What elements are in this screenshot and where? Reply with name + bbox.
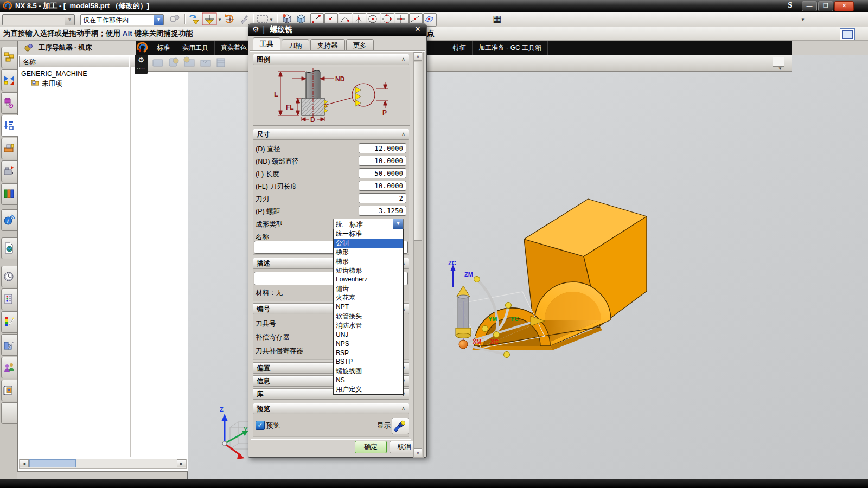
ribbon-tab-gc-toolbox[interactable]: 加工准备 - GC 工具箱 <box>473 41 548 55</box>
tab-more[interactable]: 更多 <box>346 39 374 52</box>
dialog-rail[interactable]: ⚙ ···· <box>135 55 148 74</box>
dropdown-option[interactable]: UNJ <box>334 330 403 339</box>
restore-button[interactable]: ❐ <box>818 1 833 11</box>
dropdown-option[interactable]: 用户定义 <box>334 385 403 394</box>
sidebar-item-process-machine[interactable] <box>1 160 17 182</box>
display-flashlight-button[interactable] <box>392 418 409 434</box>
maximize-view-button[interactable] <box>840 28 855 40</box>
dialog-titlebar[interactable]: ⚙ | 螺纹铣 ✕ <box>248 23 426 36</box>
tree-node-unused-items[interactable]: 未用项 <box>42 79 62 88</box>
field-value-diameter[interactable]: 12.0000 <box>359 143 406 153</box>
tab-shank[interactable]: 刀柄 <box>282 39 309 52</box>
section-preview[interactable]: 预览∧ <box>253 403 409 414</box>
machining-icons-disabled <box>151 55 248 70</box>
combo-arrow-icon[interactable]: ▼ <box>154 15 163 25</box>
collapse-icon[interactable]: ∧ <box>398 403 409 414</box>
toolbar-overflow-arrow[interactable]: ▼ <box>801 17 805 22</box>
navigator-title: 工序导航器 - 机床 <box>39 43 92 53</box>
snap-filter-button-active[interactable]: ▼ <box>202 12 221 25</box>
field-value-length[interactable]: 50.0000 <box>359 168 406 178</box>
sidebar-item-blank[interactable] <box>1 402 17 424</box>
dialog-scroll-thumb[interactable] <box>414 62 422 241</box>
sidebar-item-windows[interactable] <box>1 380 17 401</box>
minimize-button[interactable]: — <box>802 1 817 11</box>
dropdown-option[interactable]: 偏齿 <box>334 284 403 293</box>
dropdown-option[interactable]: 短齿梯形 <box>334 266 403 275</box>
field-label-flute-length: (FL) 刀刃长度 <box>256 182 297 191</box>
sidebar-item-operation-navigator[interactable] <box>1 115 18 137</box>
dropdown-option[interactable]: NPS <box>334 339 403 349</box>
panel-dock-icon[interactable] <box>773 57 784 67</box>
field-value-pitch[interactable]: 3.1250 <box>359 206 406 216</box>
field-label-form-type: 成形类型 <box>256 220 283 229</box>
sidebar-item-templates-library[interactable] <box>1 183 17 205</box>
scroll-up-icon[interactable]: ∧ <box>414 52 422 61</box>
dropdown-option[interactable]: BSP <box>334 349 403 358</box>
link-button-disabled[interactable] <box>168 12 181 25</box>
ribbon-tab-feature[interactable]: 特征 <box>447 41 473 55</box>
ribbon-tab-utilities[interactable]: 实用工具 <box>176 41 215 55</box>
grid-icon-button[interactable]: ▦ <box>493 13 506 26</box>
column-header-name[interactable]: 名称 <box>19 56 129 67</box>
dialog-close-icon[interactable]: ✕ <box>412 24 423 34</box>
field-value-flute-length[interactable]: 10.0000 <box>359 181 406 191</box>
collapse-icon[interactable]: ∧ <box>398 54 409 65</box>
form-type-combo[interactable]: 统一标准 ▼ <box>333 219 404 230</box>
ok-button[interactable]: 确定 <box>355 441 387 453</box>
ribbon-tab-standard[interactable]: 标准 <box>151 41 176 55</box>
dropdown-option-selected[interactable]: 公制 <box>334 239 403 248</box>
dropdown-option[interactable]: NPT <box>334 303 403 312</box>
rotate-point-button[interactable] <box>224 12 237 25</box>
section-dimensions[interactable]: 尺寸∧ <box>253 129 409 140</box>
dropdown-option[interactable]: Lowenherz <box>334 275 403 284</box>
tab-holder[interactable]: 夹持器 <box>310 39 345 52</box>
scroll-left-arrow[interactable]: ◄ <box>20 459 29 467</box>
field-label-neck-diameter: (ND) 颈部直径 <box>256 157 299 166</box>
reverse-selection-button[interactable] <box>188 12 201 25</box>
sidebar-item-machine-tool-navigator[interactable] <box>1 138 17 159</box>
sidebar-item-internet[interactable]: i <box>1 209 17 231</box>
field-label-diameter: (D) 直径 <box>256 145 280 154</box>
field-value-flutes[interactable]: 2 <box>359 193 406 203</box>
sidebar-item-assembly-navigator[interactable] <box>1 47 17 68</box>
dropdown-option[interactable]: 梯形 <box>334 257 403 266</box>
sidebar-item-part-navigator[interactable] <box>1 92 17 114</box>
dialog-title: 螺纹铣 <box>270 25 292 35</box>
navigator-hscrollbar[interactable]: ◄ ► <box>19 459 187 469</box>
field-value-neck-diameter[interactable]: 10.0000 <box>359 156 406 166</box>
dropdown-option[interactable]: 梯形 <box>334 248 403 257</box>
scroll-thumb[interactable] <box>29 459 76 467</box>
section-legend[interactable]: 图例∧ <box>253 54 409 65</box>
dialog-scrollbar[interactable]: ∧ ∨ <box>413 52 424 458</box>
view-combo-disabled[interactable]: ▼ <box>2 14 75 25</box>
dropdown-option[interactable]: 消防水管 <box>334 321 403 330</box>
gear-icon: ⚙ <box>135 56 148 64</box>
toolbar-overflow-arrow[interactable]: ▼ <box>778 66 782 71</box>
dropdown-option[interactable]: 火花塞 <box>334 293 403 303</box>
sidebar-item-visualization-wand[interactable] <box>1 311 17 333</box>
dropdown-option[interactable]: 软管接头 <box>334 312 403 321</box>
scroll-down-icon[interactable]: ∨ <box>414 448 422 457</box>
scroll-right-arrow[interactable]: ► <box>177 459 186 467</box>
sidebar-item-web-browser[interactable] <box>1 237 17 259</box>
dropdown-option[interactable]: 螺旋线圈 <box>334 367 403 376</box>
combo-arrow-icon[interactable]: ▼ <box>393 219 403 229</box>
dropdown-option[interactable]: BSTP <box>334 357 403 367</box>
sidebar-item-roles[interactable] <box>1 357 17 378</box>
tree-node-generic-machine[interactable]: GENERIC_MACHINE <box>21 70 87 78</box>
close-button[interactable]: ✕ <box>834 1 854 11</box>
dropdown-option[interactable]: 统一标准 <box>334 229 403 239</box>
combo-arrow-icon[interactable]: ▼ <box>65 15 74 25</box>
sidebar-item-constraint-navigator[interactable] <box>1 69 17 91</box>
dropdown-option[interactable]: NS <box>334 376 403 385</box>
selection-scope-combo[interactable]: 仅在工作部件内▼ <box>80 14 164 25</box>
tab-tool[interactable]: 工具 <box>253 37 280 52</box>
collapse-icon[interactable]: ∧ <box>398 129 409 139</box>
axis-label-zc: ZC <box>448 260 456 266</box>
navigator-icon <box>24 43 33 52</box>
material-label: 材料：无 <box>256 288 283 298</box>
sidebar-item-system-scenes[interactable] <box>1 288 17 310</box>
sidebar-item-scene-editor[interactable] <box>1 334 17 356</box>
sidebar-item-history[interactable] <box>1 266 17 287</box>
preview-checkbox[interactable]: ✓ <box>256 421 265 430</box>
